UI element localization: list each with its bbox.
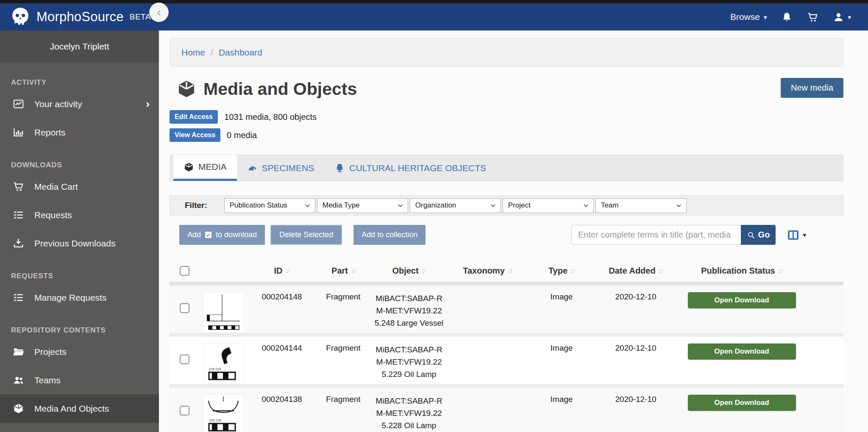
sidebar-item-label: Requests [34, 210, 72, 220]
team-filter-select[interactable]: Team [595, 198, 687, 213]
row-checkbox[interactable] [180, 354, 189, 364]
breadcrumb-home-link[interactable]: Home [181, 47, 205, 58]
publication-status-badge[interactable]: Open Download [688, 292, 796, 308]
section-title: REPOSITORY CONTENTS [0, 323, 159, 338]
user-account-menu[interactable]: ▾ [833, 11, 851, 23]
select-value: Project [508, 201, 531, 210]
section-title: ACTIVITY [0, 75, 159, 90]
column-header-type[interactable]: Type ↓↑ [528, 263, 595, 282]
media-type-filter-select[interactable]: Media Type [317, 198, 408, 213]
breadcrumb-dashboard-link[interactable]: Dashboard [219, 47, 262, 58]
notifications-bell-icon[interactable] [781, 11, 793, 23]
tab-specimens[interactable]: SPECIMENS [237, 155, 325, 181]
publication-status-badge[interactable]: Open Download [688, 343, 796, 360]
sort-icon[interactable]: ↓↑ [421, 267, 426, 275]
row-checkbox[interactable] [180, 303, 189, 313]
sort-icon[interactable]: ↓↑ [351, 267, 355, 275]
cell-date-added: 2020-12-10 [595, 395, 676, 432]
sidebar-section-requests: REQUESTS Manage Requests [0, 269, 159, 312]
browse-menu[interactable]: Browse ▾ [730, 12, 767, 22]
sidebar-item-label: Manage Requests [34, 293, 106, 303]
cell-object: MiBACT:SABAP-R M-MET:VFW19.22 5.229 Oil … [371, 343, 447, 384]
column-header-publication-status[interactable]: Publication Status ↓↑ [676, 263, 807, 282]
chevron-right-icon: › [146, 97, 150, 111]
top-navbar: MorphoSource BETA Browse ▾ ▾ [0, 3, 868, 30]
cell-part: Fragment [316, 395, 371, 432]
column-header-id[interactable]: ID ↓↑ [248, 263, 316, 282]
chevron-down-icon: ▾ [803, 232, 806, 238]
media-thumbnail[interactable]: 225.229 [203, 343, 244, 384]
sidebar-item-manage-requests[interactable]: Manage Requests [0, 283, 159, 312]
search-input[interactable] [571, 225, 741, 245]
brand-home-link[interactable]: MorphoSource BETA [9, 6, 151, 28]
sort-icon[interactable]: ↓↑ [507, 267, 512, 275]
sort-icon[interactable]: ↓↑ [285, 267, 290, 275]
column-header-object[interactable]: Object ↓↑ [371, 263, 447, 282]
cell-date-added: 2020-12-10 [595, 292, 676, 333]
go-label: Go [758, 230, 770, 240]
users-icon [13, 374, 24, 386]
main-content: Home / Dashboard Media and Objects New m… [159, 30, 868, 432]
sidebar-item-teams[interactable]: Teams [0, 366, 159, 394]
view-access-count: 0 media [227, 130, 257, 140]
svg-text:225.229: 225.229 [209, 367, 221, 371]
sort-icon[interactable]: ↓↑ [778, 267, 782, 275]
sidebar-item-label: Media And Objects [34, 404, 109, 414]
sidebar-item-your-activity[interactable]: Your activity › [0, 90, 159, 118]
media-thumbnail[interactable]: 225.228 [203, 395, 244, 432]
media-thumbnail[interactable] [203, 292, 244, 332]
row-checkbox[interactable] [180, 406, 189, 415]
select-all-checkbox[interactable] [180, 266, 189, 276]
sidebar-item-media-and-objects[interactable]: Media And Objects [0, 394, 159, 423]
cube-icon [13, 403, 24, 414]
new-media-button[interactable]: New media [781, 78, 843, 98]
chevron-down-icon [583, 202, 589, 209]
media-table: ID ↓↑ Part ↓↑ Object ↓↑ Taxonomy ↓↑ Type… [170, 263, 843, 432]
column-header-date-added[interactable]: Date Added ↓↑ [595, 263, 676, 282]
left-sidebar: Jocelyn Triplett ACTIVITY Your activity … [0, 30, 159, 432]
add-to-collection-button[interactable]: Add to collection [353, 225, 426, 245]
cube-icon [176, 79, 197, 99]
table-header-row: ID ↓↑ Part ↓↑ Object ↓↑ Taxonomy ↓↑ Type… [170, 263, 843, 282]
table-row[interactable]: 000204148 Fragment MiBACT:SABAP-R M-MET:… [170, 285, 843, 333]
cell-object: MiBACT:SABAP-R M-MET:VFW19.22 5.228 Oil … [371, 395, 447, 432]
sidebar-section-activity: ACTIVITY Your activity › Reports [0, 75, 159, 147]
edit-access-badge: Edit Access [170, 110, 218, 124]
cell-part: Fragment [316, 343, 371, 384]
frog-specimen-icon [247, 163, 258, 173]
chevron-down-icon [490, 202, 496, 209]
cart-icon [13, 181, 24, 192]
delete-selected-button[interactable]: Delete Selected [270, 225, 342, 245]
chevron-down-icon [676, 202, 682, 209]
tab-cultural-heritage-objects[interactable]: CULTURAL HERITAGE OBJECTS [324, 155, 496, 181]
cell-taxonomy [447, 395, 528, 432]
sidebar-item-label: Your activity [34, 99, 82, 109]
sort-icon[interactable]: ↓↑ [658, 267, 663, 275]
organization-filter-select[interactable]: Organization [410, 198, 501, 213]
project-filter-select[interactable]: Project [503, 198, 594, 213]
column-header-taxonomy[interactable]: Taxonomy ↓↑ [447, 263, 528, 282]
sidebar-collapse-button[interactable]: ‹ [149, 3, 169, 22]
sidebar-section-repository-contents: REPOSITORY CONTENTS Projects Teams Media… [0, 323, 159, 423]
sidebar-item-previous-downloads[interactable]: Previous Downloads [0, 229, 159, 258]
add-to-download-button[interactable]: Add to download [179, 225, 265, 245]
publication-status-filter-select[interactable]: Publication Status [224, 198, 315, 213]
sidebar-item-projects[interactable]: Projects [0, 338, 159, 366]
sidebar-item-requests[interactable]: Requests [0, 201, 159, 229]
brand-beta-tag: BETA [130, 12, 151, 22]
search-go-button[interactable]: Go [741, 225, 776, 245]
table-row[interactable]: 225.229 000204144 Fragment MiBACT:SABAP-… [170, 337, 843, 384]
sidebar-item-media-cart[interactable]: Media Cart [0, 172, 159, 201]
table-row[interactable]: 225.228 000204138 Fragment MiBACT:SABAP-… [170, 388, 843, 432]
sort-icon[interactable]: ↓↑ [570, 267, 575, 275]
chevron-left-icon: ‹ [157, 6, 161, 19]
column-settings-button[interactable]: ▾ [787, 229, 806, 241]
sidebar-user-name: Jocelyn Triplett [0, 30, 159, 63]
column-header-part[interactable]: Part ↓↑ [316, 263, 371, 282]
sidebar-item-reports[interactable]: Reports [0, 118, 159, 147]
publication-status-badge[interactable]: Open Download [688, 395, 796, 411]
bar-chart-icon [13, 127, 24, 138]
columns-icon [787, 229, 800, 241]
tab-media[interactable]: MEDIA [173, 155, 237, 181]
media-cart-icon[interactable] [807, 11, 818, 23]
